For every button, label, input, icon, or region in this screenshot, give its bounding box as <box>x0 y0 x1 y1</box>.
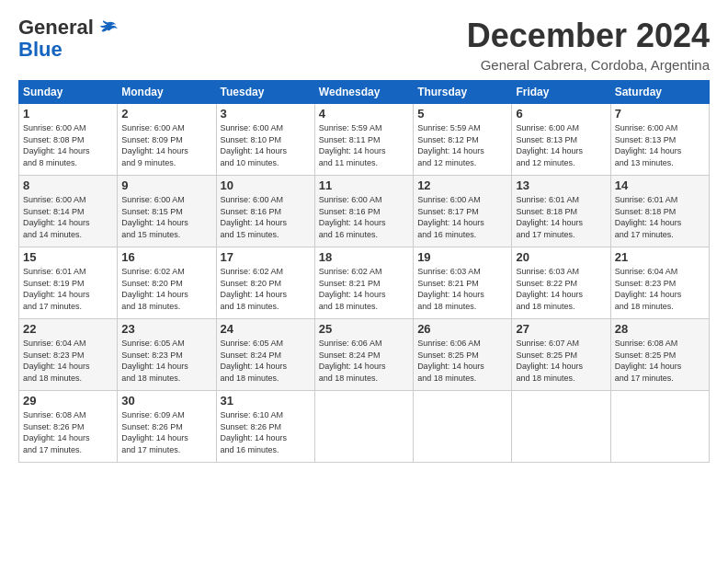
day-number: 16 <box>121 250 211 264</box>
calendar-week-row: 8Sunrise: 6:00 AM Sunset: 8:14 PM Daylig… <box>19 176 710 247</box>
day-number: 15 <box>23 250 113 264</box>
calendar-cell: 31Sunrise: 6:10 AM Sunset: 8:26 PM Dayli… <box>216 391 314 463</box>
day-number: 19 <box>417 250 507 264</box>
day-info: Sunrise: 6:07 AM Sunset: 8:25 PM Dayligh… <box>516 338 606 384</box>
day-info: Sunrise: 6:01 AM Sunset: 8:19 PM Dayligh… <box>23 266 113 312</box>
calendar-cell: 9Sunrise: 6:00 AM Sunset: 8:15 PM Daylig… <box>118 176 216 247</box>
day-info: Sunrise: 6:09 AM Sunset: 8:26 PM Dayligh… <box>121 409 211 455</box>
day-number: 6 <box>516 107 606 121</box>
day-number: 26 <box>417 322 507 336</box>
calendar-cell: 24Sunrise: 6:05 AM Sunset: 8:24 PM Dayli… <box>216 319 314 391</box>
day-info: Sunrise: 6:00 AM Sunset: 8:15 PM Dayligh… <box>121 194 211 240</box>
calendar-cell: 25Sunrise: 6:06 AM Sunset: 8:24 PM Dayli… <box>314 319 413 391</box>
calendar-cell: 18Sunrise: 6:02 AM Sunset: 8:21 PM Dayli… <box>314 247 413 319</box>
day-info: Sunrise: 6:08 AM Sunset: 8:25 PM Dayligh… <box>615 338 705 384</box>
page: General Blue December 2024 General Cabre… <box>0 0 728 472</box>
calendar-cell: 27Sunrise: 6:07 AM Sunset: 8:25 PM Dayli… <box>512 319 610 391</box>
calendar-week-row: 22Sunrise: 6:04 AM Sunset: 8:23 PM Dayli… <box>19 319 710 391</box>
day-info: Sunrise: 6:00 AM Sunset: 8:13 PM Dayligh… <box>516 122 606 168</box>
calendar-cell: 6Sunrise: 6:00 AM Sunset: 8:13 PM Daylig… <box>512 104 610 176</box>
logo-blue-text: Blue <box>18 38 63 61</box>
col-tuesday: Tuesday <box>216 81 314 104</box>
calendar-cell: 16Sunrise: 6:02 AM Sunset: 8:20 PM Dayli… <box>118 247 216 319</box>
calendar-cell <box>414 391 512 463</box>
day-number: 25 <box>319 322 409 336</box>
calendar-cell: 28Sunrise: 6:08 AM Sunset: 8:25 PM Dayli… <box>610 319 709 391</box>
calendar-cell: 7Sunrise: 6:00 AM Sunset: 8:13 PM Daylig… <box>610 104 709 176</box>
day-number: 21 <box>615 250 705 264</box>
calendar-week-row: 29Sunrise: 6:08 AM Sunset: 8:26 PM Dayli… <box>19 391 710 463</box>
day-number: 27 <box>516 322 606 336</box>
day-info: Sunrise: 6:00 AM Sunset: 8:09 PM Dayligh… <box>121 122 211 168</box>
day-number: 11 <box>319 178 409 192</box>
calendar-week-row: 15Sunrise: 6:01 AM Sunset: 8:19 PM Dayli… <box>19 247 710 319</box>
day-info: Sunrise: 6:00 AM Sunset: 8:14 PM Dayligh… <box>23 194 113 240</box>
day-info: Sunrise: 6:02 AM Sunset: 8:20 PM Dayligh… <box>121 266 211 312</box>
calendar-cell: 2Sunrise: 6:00 AM Sunset: 8:09 PM Daylig… <box>118 104 216 176</box>
day-info: Sunrise: 6:02 AM Sunset: 8:20 PM Dayligh… <box>221 266 311 312</box>
day-number: 14 <box>615 178 705 192</box>
day-info: Sunrise: 5:59 AM Sunset: 8:12 PM Dayligh… <box>417 122 507 168</box>
header: General Blue December 2024 General Cabre… <box>18 17 710 73</box>
calendar-cell: 11Sunrise: 6:00 AM Sunset: 8:16 PM Dayli… <box>314 176 413 247</box>
day-info: Sunrise: 5:59 AM Sunset: 8:11 PM Dayligh… <box>319 122 409 168</box>
day-number: 5 <box>417 107 507 121</box>
calendar-cell: 14Sunrise: 6:01 AM Sunset: 8:18 PM Dayli… <box>610 176 709 247</box>
col-saturday: Saturday <box>610 81 709 104</box>
day-number: 23 <box>121 322 211 336</box>
day-number: 4 <box>319 107 409 121</box>
day-number: 30 <box>121 394 211 408</box>
day-number: 3 <box>221 107 311 121</box>
day-number: 24 <box>221 322 311 336</box>
calendar-cell: 12Sunrise: 6:00 AM Sunset: 8:17 PM Dayli… <box>414 176 512 247</box>
location: General Cabrera, Cordoba, Argentina <box>467 57 710 73</box>
day-number: 18 <box>319 250 409 264</box>
calendar-cell <box>610 391 709 463</box>
calendar-cell: 29Sunrise: 6:08 AM Sunset: 8:26 PM Dayli… <box>19 391 118 463</box>
col-thursday: Thursday <box>414 81 512 104</box>
day-info: Sunrise: 6:01 AM Sunset: 8:18 PM Dayligh… <box>516 194 606 240</box>
day-number: 29 <box>23 394 113 408</box>
col-friday: Friday <box>512 81 610 104</box>
month-title: December 2024 <box>467 17 710 55</box>
day-info: Sunrise: 6:00 AM Sunset: 8:13 PM Dayligh… <box>615 122 705 168</box>
day-number: 20 <box>516 250 606 264</box>
day-info: Sunrise: 6:04 AM Sunset: 8:23 PM Dayligh… <box>23 338 113 384</box>
day-info: Sunrise: 6:05 AM Sunset: 8:23 PM Dayligh… <box>121 338 211 384</box>
calendar-cell: 17Sunrise: 6:02 AM Sunset: 8:20 PM Dayli… <box>216 247 314 319</box>
day-info: Sunrise: 6:02 AM Sunset: 8:21 PM Dayligh… <box>319 266 409 312</box>
calendar-cell: 15Sunrise: 6:01 AM Sunset: 8:19 PM Dayli… <box>19 247 118 319</box>
day-info: Sunrise: 6:00 AM Sunset: 8:16 PM Dayligh… <box>319 194 409 240</box>
logo: General Blue <box>18 17 118 61</box>
calendar-cell <box>314 391 413 463</box>
calendar-cell: 1Sunrise: 6:00 AM Sunset: 8:08 PM Daylig… <box>19 104 118 176</box>
day-number: 10 <box>221 178 311 192</box>
calendar-header-row: Sunday Monday Tuesday Wednesday Thursday… <box>19 81 710 104</box>
calendar-cell: 8Sunrise: 6:00 AM Sunset: 8:14 PM Daylig… <box>19 176 118 247</box>
calendar-cell: 13Sunrise: 6:01 AM Sunset: 8:18 PM Dayli… <box>512 176 610 247</box>
calendar-week-row: 1Sunrise: 6:00 AM Sunset: 8:08 PM Daylig… <box>19 104 710 176</box>
day-info: Sunrise: 6:00 AM Sunset: 8:16 PM Dayligh… <box>221 194 311 240</box>
col-wednesday: Wednesday <box>314 81 413 104</box>
calendar-cell: 22Sunrise: 6:04 AM Sunset: 8:23 PM Dayli… <box>19 319 118 391</box>
calendar-cell: 30Sunrise: 6:09 AM Sunset: 8:26 PM Dayli… <box>118 391 216 463</box>
title-area: December 2024 General Cabrera, Cordoba, … <box>467 17 710 73</box>
day-info: Sunrise: 6:04 AM Sunset: 8:23 PM Dayligh… <box>615 266 705 312</box>
calendar-cell: 23Sunrise: 6:05 AM Sunset: 8:23 PM Dayli… <box>118 319 216 391</box>
calendar-cell: 10Sunrise: 6:00 AM Sunset: 8:16 PM Dayli… <box>216 176 314 247</box>
day-info: Sunrise: 6:00 AM Sunset: 8:08 PM Dayligh… <box>23 122 113 168</box>
day-info: Sunrise: 6:10 AM Sunset: 8:26 PM Dayligh… <box>221 409 311 455</box>
day-info: Sunrise: 6:00 AM Sunset: 8:10 PM Dayligh… <box>221 122 311 168</box>
calendar-cell: 4Sunrise: 5:59 AM Sunset: 8:11 PM Daylig… <box>314 104 413 176</box>
calendar-cell: 26Sunrise: 6:06 AM Sunset: 8:25 PM Dayli… <box>414 319 512 391</box>
day-number: 17 <box>221 250 311 264</box>
col-sunday: Sunday <box>19 81 118 104</box>
day-number: 22 <box>23 322 113 336</box>
day-number: 9 <box>121 178 211 192</box>
day-info: Sunrise: 6:00 AM Sunset: 8:17 PM Dayligh… <box>417 194 507 240</box>
day-info: Sunrise: 6:08 AM Sunset: 8:26 PM Dayligh… <box>23 409 113 455</box>
col-monday: Monday <box>118 81 216 104</box>
day-number: 31 <box>221 394 311 408</box>
day-number: 8 <box>23 178 113 192</box>
calendar-cell: 19Sunrise: 6:03 AM Sunset: 8:21 PM Dayli… <box>414 247 512 319</box>
